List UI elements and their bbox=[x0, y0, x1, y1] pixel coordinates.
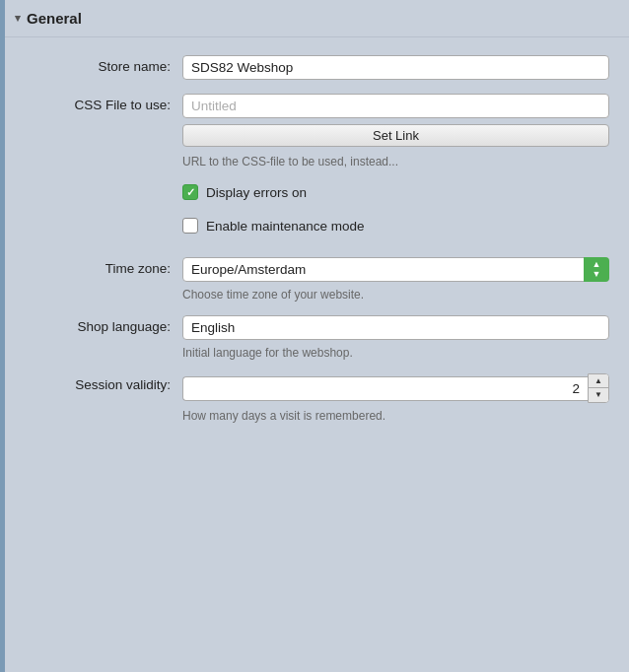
css-file-row: CSS File to use: Set Link URL to the CSS… bbox=[25, 94, 609, 168]
time-zone-hint: Choose time zone of your website. bbox=[182, 288, 609, 302]
session-validity-input[interactable] bbox=[182, 376, 588, 401]
store-name-label: Store name: bbox=[25, 55, 182, 74]
shop-language-label: Shop language: bbox=[25, 315, 182, 334]
spinner-buttons: ▲ ▼ bbox=[588, 373, 609, 403]
time-zone-select-wrapper: Europe/Amsterdam UTC America/New_York As… bbox=[182, 257, 609, 282]
time-zone-select[interactable]: Europe/Amsterdam UTC America/New_York As… bbox=[182, 257, 609, 282]
maintenance-mode-row: Enable maintenance mode bbox=[182, 218, 609, 234]
display-errors-row: Display errors on bbox=[182, 184, 609, 200]
time-zone-label: Time zone: bbox=[25, 257, 182, 276]
chevron-icon: ▾ bbox=[15, 12, 21, 25]
session-validity-spinner: ▲ ▼ bbox=[182, 373, 609, 403]
store-name-control bbox=[182, 55, 609, 80]
css-file-input[interactable] bbox=[182, 94, 609, 118]
section-header[interactable]: ▾ General bbox=[5, 0, 629, 37]
css-file-hint: URL to the CSS-file to be used, instead.… bbox=[182, 155, 609, 168]
checkboxes-row: Display errors on Enable maintenance mod… bbox=[25, 182, 609, 243]
time-zone-control: Europe/Amsterdam UTC America/New_York As… bbox=[182, 257, 609, 302]
store-name-row: Store name: bbox=[25, 55, 609, 80]
shop-language-control: Initial language for the webshop. bbox=[182, 315, 609, 360]
set-link-button[interactable]: Set Link bbox=[182, 124, 609, 147]
display-errors-label: Display errors on bbox=[206, 185, 307, 200]
session-validity-label: Session validity: bbox=[25, 373, 182, 392]
css-file-control: Set Link URL to the CSS-file to be used,… bbox=[182, 94, 609, 168]
form-area: Store name: CSS File to use: Set Link UR… bbox=[5, 37, 629, 454]
maintenance-mode-label: Enable maintenance mode bbox=[206, 219, 365, 234]
css-file-label: CSS File to use: bbox=[25, 94, 182, 112]
spinner-down-button[interactable]: ▼ bbox=[589, 388, 608, 402]
section-title: General bbox=[27, 10, 82, 27]
session-validity-control: ▲ ▼ How many days a visit is remembered. bbox=[182, 373, 609, 423]
shop-language-row: Shop language: Initial language for the … bbox=[25, 315, 609, 360]
session-validity-hint: How many days a visit is remembered. bbox=[182, 409, 609, 423]
spinner-up-button[interactable]: ▲ bbox=[589, 374, 608, 388]
checkboxes-group: Display errors on Enable maintenance mod… bbox=[182, 182, 609, 243]
display-errors-checkbox[interactable] bbox=[182, 184, 198, 200]
store-name-input[interactable] bbox=[182, 55, 609, 80]
session-validity-row: Session validity: ▲ ▼ How many days a vi… bbox=[25, 373, 609, 423]
shop-language-hint: Initial language for the webshop. bbox=[182, 346, 609, 360]
maintenance-mode-checkbox[interactable] bbox=[182, 218, 198, 234]
time-zone-row: Time zone: Europe/Amsterdam UTC America/… bbox=[25, 257, 609, 302]
shop-language-input[interactable] bbox=[182, 315, 609, 340]
